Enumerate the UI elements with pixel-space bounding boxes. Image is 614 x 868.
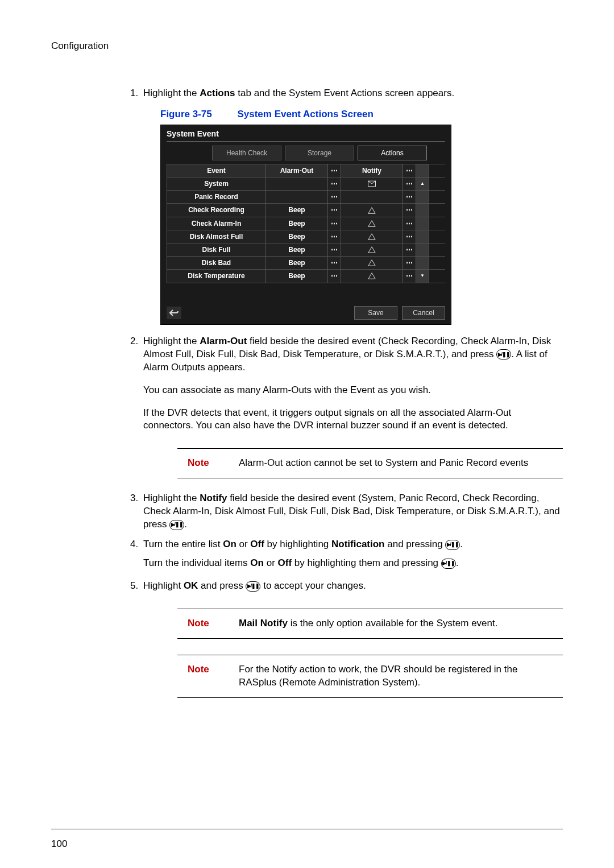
cell-more-icon-2[interactable]: ⋯ [403, 191, 416, 203]
text: Highlight the [143, 493, 200, 503]
cell-notify[interactable] [341, 243, 403, 256]
step-5: Highlight OK and press ▶/❚❚ to accept yo… [141, 580, 563, 698]
note-label: Note [188, 617, 222, 630]
note-rest: is the only option available for the Sys… [288, 618, 497, 629]
table-row: Disk Almost Full Beep ⋯ ⋯ [167, 230, 445, 243]
step1-post: tab and the System Event Actions screen … [235, 88, 455, 98]
text-bold: Alarm-Out [200, 336, 247, 346]
note-label: Note [188, 457, 222, 470]
cell-event: System [167, 177, 266, 190]
text-bold: Off [278, 557, 292, 568]
figure-caption: Figure 3-75 System Event Actions Screen [160, 108, 563, 121]
scrollbar-track[interactable] [416, 230, 429, 243]
figure-title: System Event Actions Screen [237, 109, 373, 119]
scrollbar-track[interactable] [416, 243, 429, 256]
cell-more-icon[interactable]: ⋯ [328, 257, 341, 269]
warning-icon [368, 272, 376, 280]
header-more-icon[interactable]: ⋯ [328, 164, 341, 177]
cell-alarm-out[interactable]: Beep [266, 230, 328, 243]
scrollbar-track[interactable] [416, 217, 429, 230]
system-event-screenshot: System Event Health Check Storage Action… [160, 125, 451, 325]
cell-notify[interactable] [341, 191, 403, 203]
cell-more-icon-2[interactable]: ⋯ [403, 270, 416, 282]
text: Highlight the [143, 336, 200, 346]
table-row: Disk Temperature Beep ⋯ ⋯ ▼ [167, 269, 445, 283]
cell-alarm-out[interactable]: Beep [266, 257, 328, 269]
text-bold: OK [184, 580, 198, 591]
back-arrow-icon [169, 309, 179, 316]
tab-actions[interactable]: Actions [358, 146, 427, 160]
cell-more-icon-2[interactable]: ⋯ [403, 257, 416, 269]
header-more-icon-2[interactable]: ⋯ [403, 164, 416, 177]
text: . [456, 557, 459, 568]
scrollbar-track[interactable] [416, 257, 429, 269]
cell-more-icon[interactable]: ⋯ [328, 230, 341, 243]
cell-alarm-out[interactable]: Beep [266, 217, 328, 230]
cell-event: Check Alarm-In [167, 217, 266, 230]
cell-more-icon[interactable]: ⋯ [328, 177, 341, 190]
text: by highlighting them and pressing [292, 557, 441, 568]
text: and pressing [385, 539, 446, 549]
text: or [237, 539, 251, 549]
table-row: Disk Bad Beep ⋯ ⋯ [167, 256, 445, 269]
cell-notify[interactable] [341, 204, 403, 216]
scrollbar-track[interactable] [416, 164, 429, 177]
cell-more-icon[interactable]: ⋯ [328, 204, 341, 216]
back-button[interactable] [167, 307, 181, 319]
warning-icon [368, 259, 376, 267]
scrollbar-track[interactable] [416, 191, 429, 203]
cell-notify[interactable] [341, 257, 403, 269]
scroll-down-icon[interactable]: ▼ [416, 270, 429, 282]
play-pause-icon: ▶/❚❚ [169, 520, 184, 530]
cell-notify[interactable] [341, 217, 403, 230]
cell-more-icon[interactable]: ⋯ [328, 270, 341, 282]
cell-more-icon[interactable]: ⋯ [328, 191, 341, 203]
step1-pre: Highlight the [143, 88, 200, 98]
text: or [264, 557, 278, 568]
note-block-2: Note Mail Notify is the only option avai… [177, 609, 563, 639]
note-text: Alarm-Out action cannot be set to System… [239, 457, 563, 470]
cell-alarm-out[interactable] [266, 191, 328, 203]
cell-alarm-out[interactable] [266, 177, 328, 190]
actions-grid: Event Alarm-Out ⋯ Notify ⋯ System ⋯ [167, 164, 445, 283]
cell-notify[interactable] [341, 270, 403, 282]
text-bold: On [223, 539, 237, 549]
cancel-button[interactable]: Cancel [402, 306, 445, 320]
warning-icon [368, 233, 376, 241]
cell-more-icon-2[interactable]: ⋯ [403, 217, 416, 230]
cell-more-icon[interactable]: ⋯ [328, 243, 341, 256]
play-pause-icon: ▶/❚❚ [496, 349, 511, 359]
save-button[interactable]: Save [354, 306, 397, 320]
paragraph: If the DVR detects that event, it trigge… [143, 407, 563, 433]
cell-alarm-out[interactable]: Beep [266, 204, 328, 216]
cell-more-icon-2[interactable]: ⋯ [403, 204, 416, 216]
cell-more-icon-2[interactable]: ⋯ [403, 243, 416, 256]
cell-notify[interactable] [341, 230, 403, 243]
cell-alarm-out[interactable]: Beep [266, 270, 328, 282]
text: and press [198, 580, 246, 591]
text-bold: Off [250, 539, 264, 549]
tab-storage[interactable]: Storage [285, 146, 354, 160]
text: to accept your changes. [260, 580, 366, 591]
cell-more-icon-2[interactable]: ⋯ [403, 230, 416, 243]
cell-notify[interactable] [341, 177, 403, 190]
cell-event: Disk Temperature [167, 270, 266, 282]
running-header: Configuration [51, 40, 563, 53]
mail-icon [368, 180, 376, 188]
cell-more-icon[interactable]: ⋯ [328, 217, 341, 230]
tab-health-check[interactable]: Health Check [212, 146, 281, 160]
step-3: Highlight the Notify field beside the de… [141, 492, 563, 531]
header-event: Event [167, 164, 266, 177]
cell-alarm-out[interactable]: Beep [266, 243, 328, 256]
tab-bar: Health Check Storage Actions [161, 142, 451, 164]
dialog-title: System Event [161, 125, 451, 139]
text-bold: Notification [331, 539, 385, 549]
note-block-1: Note Alarm-Out action cannot be set to S… [177, 448, 563, 478]
scrollbar-track[interactable] [416, 204, 429, 216]
warning-icon [368, 206, 376, 214]
cell-event: Panic Record [167, 191, 266, 203]
play-pause-icon: ▶/❚❚ [445, 540, 460, 550]
cell-event: Disk Bad [167, 257, 266, 269]
scroll-up-icon[interactable]: ▲ [416, 177, 429, 190]
cell-more-icon-2[interactable]: ⋯ [403, 177, 416, 190]
